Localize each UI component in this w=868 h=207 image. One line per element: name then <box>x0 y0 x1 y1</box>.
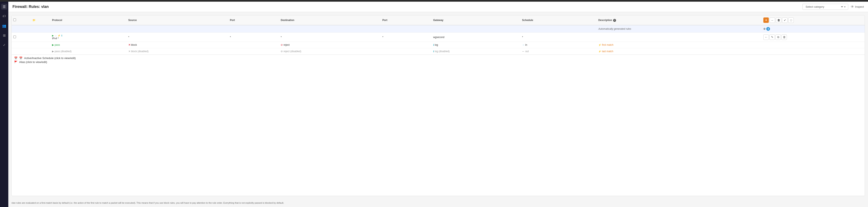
pass-dis-folder <box>31 48 51 55</box>
sidebar-icon-grid[interactable]: ⊞ <box>1 32 7 38</box>
folder-icon: 📁 <box>32 19 36 22</box>
header-right: Select category ▼ 👁 Inspect <box>803 4 864 10</box>
pass-dis-icon: ▶ <box>52 50 54 53</box>
pass-dis-description: ⚡ last match <box>597 48 762 55</box>
delete-button-header[interactable]: 🗑 <box>776 18 781 23</box>
pass-check <box>12 42 31 48</box>
table-header-row: 📁 Protocol Source Port Destination <box>12 15 865 25</box>
reject-dis-icon: ⊘ <box>281 50 283 53</box>
log-label: log <box>435 43 438 46</box>
check-button-header[interactable]: ✓ <box>782 18 787 23</box>
pass-gateway: ℹ log <box>432 42 520 48</box>
col-header-description: Description ? <box>597 15 762 25</box>
legend-source: * <box>127 33 228 42</box>
auto-gen-schedule <box>520 25 596 33</box>
legend-port-dst: * <box>381 33 432 42</box>
auto-gen-actions: ⚙ 4 <box>762 25 865 33</box>
legend-description <box>597 33 762 42</box>
legend-row-actions: ← ✎ ⧉ 🗑 <box>763 34 863 40</box>
legend-protocol: ▶ → ⚡ ℹ IPv4 * <box>50 33 126 42</box>
auto-gen-dest <box>279 25 380 33</box>
pass-description: ⚡ first match <box>597 42 762 48</box>
footer-info: vlan rules are evaluated on a first-matc… <box>8 199 868 207</box>
pass-dis-destination: ⊘ reject (disabled) <box>279 48 380 55</box>
log-dis-label: log (disabled) <box>435 50 450 53</box>
auto-gen-row-actions: ⚙ 4 <box>763 27 863 31</box>
gear-icon: ⚙ <box>763 28 766 30</box>
auto-gen-gateway <box>432 25 520 33</box>
select-category-dropdown[interactable]: Select category ▼ <box>803 4 848 10</box>
legend-icons: ▶ → ⚡ ℹ <box>52 34 125 37</box>
legend-row-checkbox[interactable] <box>13 36 16 38</box>
col-header-port-dst: Port <box>381 15 432 25</box>
auto-gen-check <box>12 25 31 33</box>
header-toolbar: + ← 🗑 ✓ □ <box>763 18 863 23</box>
square-button-header[interactable]: □ <box>788 18 794 23</box>
legend-port-src: * <box>228 33 279 42</box>
auto-gen-folder <box>31 25 51 33</box>
legend-folder <box>31 33 51 42</box>
pass-dis-protocol: ▶ pass (disabled) <box>50 48 126 55</box>
col-header-gateway: Gateway <box>432 15 520 25</box>
schedule-legend-label[interactable]: Active/Inactive Schedule (click to view/… <box>24 57 76 60</box>
direction-out-label: out <box>525 50 529 53</box>
category-select[interactable]: Select category <box>805 5 844 8</box>
flag-icon: 🚩 <box>14 61 18 64</box>
sidebar-icon-check[interactable]: ✓ <box>1 42 7 48</box>
legend-destination: * <box>279 33 380 42</box>
info-icon-legend: ℹ <box>61 34 62 37</box>
description-help-icon[interactable]: ? <box>613 19 616 22</box>
legend-edit-btn[interactable]: ✎ <box>769 34 775 40</box>
bolt-icon-row2: ⚡ <box>598 50 601 53</box>
legend-check <box>12 33 31 42</box>
rules-table: 📁 Protocol Source Port Destination <box>12 15 865 55</box>
pass-icon: ▶ <box>52 43 54 46</box>
legend-icons-row: ▶ → ⚡ ℹ IPv4 * * <box>12 33 865 42</box>
legend-copy-btn[interactable]: ⧉ <box>775 34 781 40</box>
col-header-check <box>12 15 31 25</box>
legend-protocol-text: IPv4 * <box>52 37 125 40</box>
sidebar-icon-group[interactable]: 👥 <box>1 23 7 29</box>
pass-dis-label: pass (disabled) <box>55 50 71 53</box>
pass-port-dst <box>381 42 432 48</box>
inspect-label: Inspect <box>855 5 864 8</box>
page-title: Firewall: Rules: vlan <box>12 5 49 9</box>
sidebar-icon-list[interactable]: ☰ <box>1 4 7 9</box>
col-header-destination: Destination <box>279 15 380 25</box>
pass-dis-source: ✕ block (disabled) <box>127 48 228 55</box>
page-header: Firewall: Rules: vlan Select category ▼ … <box>8 2 868 12</box>
block-label: block <box>131 43 137 46</box>
legend-trash-btn[interactable]: 🗑 <box>781 34 787 40</box>
pass-protocol: ▶ pass <box>50 42 126 48</box>
sidebar-icon-tag[interactable]: 🏷 <box>1 13 7 19</box>
block-icon: ✕ <box>128 43 130 46</box>
add-rule-button[interactable]: + <box>763 18 769 23</box>
auto-gen-description: Automatically generated rules <box>597 25 762 33</box>
col-header-schedule: Schedule <box>520 15 596 25</box>
table-row-pass: ▶ pass ✕ block ⊘ reject <box>12 42 865 48</box>
eye-icon: 👁 <box>851 5 854 9</box>
pass-dis-actions <box>762 48 865 55</box>
calendar-icon-2: 📅 <box>19 57 23 60</box>
block-dis-label: block (disabled) <box>131 50 149 53</box>
select-all-checkbox[interactable] <box>13 19 16 21</box>
alias-legend-label[interactable]: Alias (click to view/edit) <box>19 61 47 64</box>
pass-dis-port-dst <box>381 48 432 55</box>
log-dis-info-icon: ℹ <box>433 50 434 53</box>
col-header-port-src: Port <box>228 15 279 25</box>
inspect-button[interactable]: 👁 Inspect <box>851 5 864 9</box>
play-icon-legend: ▶ <box>52 34 54 37</box>
pass-folder <box>31 42 51 48</box>
reject-label: reject <box>284 43 289 46</box>
block-dis-icon: ✕ <box>128 50 130 53</box>
auto-gen-port-dst <box>381 25 432 33</box>
direction-arrow-out: ← <box>522 50 525 53</box>
pass-dis-check <box>12 48 31 55</box>
pass-schedule: → in <box>520 42 596 48</box>
legend-actions: ← ✎ ⧉ 🗑 <box>762 33 865 42</box>
pass-label: pass <box>55 43 60 46</box>
back-button-header[interactable]: ← <box>770 18 775 23</box>
legend-back-btn[interactable]: ← <box>763 34 769 40</box>
legend-schedule: * <box>520 33 596 42</box>
footer-text: vlan rules are evaluated on a first-matc… <box>11 201 865 205</box>
